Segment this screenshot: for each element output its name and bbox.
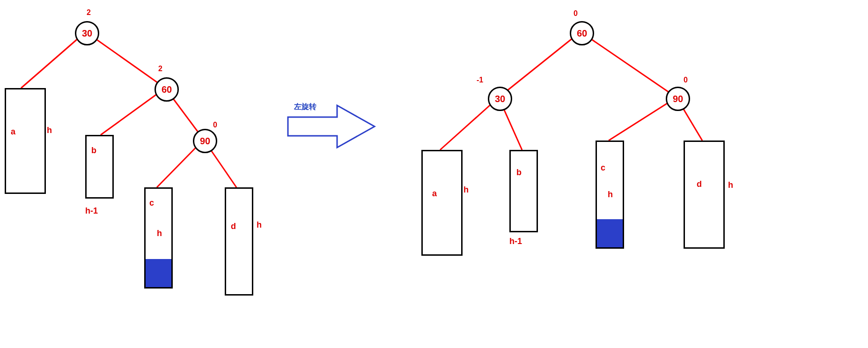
right-subtree-c-label: c: [601, 163, 605, 173]
right-node-90-value: 90: [673, 94, 683, 104]
right-subtree-d: d: [684, 141, 725, 249]
edge-left-n30-n60: [86, 32, 165, 88]
right-node-60-value: 60: [577, 28, 587, 39]
left-subtree-d-h: h: [257, 220, 262, 230]
right-subtree-c-h: h: [608, 190, 613, 200]
right-node-60-balance: 0: [574, 9, 578, 18]
left-subtree-c-label: c: [149, 198, 154, 208]
left-node-60: 60: [154, 77, 179, 102]
right-subtree-c-fill: [597, 219, 623, 247]
left-subtree-d-label: d: [231, 222, 236, 231]
left-node-60-value: 60: [162, 84, 172, 95]
left-node-90-balance: 0: [213, 121, 217, 129]
left-subtree-a: a: [5, 88, 46, 194]
left-node-30-value: 30: [82, 28, 92, 39]
right-node-30: 30: [488, 87, 512, 111]
right-subtree-b-label: b: [516, 168, 522, 178]
edge-right-n90-c: [609, 97, 677, 141]
left-node-60-balance: 2: [158, 65, 162, 73]
right-subtree-d-h: h: [728, 180, 733, 190]
right-node-90: 90: [666, 87, 690, 111]
left-node-90-value: 90: [200, 136, 210, 147]
left-subtree-c-fill: [146, 259, 171, 287]
edge-right-n60-n90: [581, 32, 677, 97]
left-subtree-b-label: b: [91, 146, 96, 155]
right-subtree-b: b: [509, 150, 538, 232]
right-node-30-balance: -1: [477, 76, 483, 84]
right-subtree-a: a: [421, 150, 463, 256]
edge-right-n60-n30: [499, 32, 581, 97]
left-subtree-a-label: a: [11, 127, 15, 137]
right-node-60: 60: [570, 21, 594, 45]
left-subtree-b-h: h-1: [85, 206, 98, 216]
right-node-90-balance: 0: [684, 76, 688, 84]
diagram-stage: 左旋转 30 2 60 2 90 0 a h b h-1 c h d h 60 …: [0, 0, 868, 348]
left-node-30: 30: [75, 21, 99, 45]
arrow-label: 左旋转: [294, 102, 316, 112]
right-subtree-a-h: h: [463, 185, 469, 195]
left-subtree-a-h: h: [47, 126, 52, 135]
left-node-30-balance: 2: [87, 8, 91, 17]
right-node-30-value: 30: [495, 94, 505, 104]
edge-left-n30-a: [21, 32, 86, 88]
left-subtree-d: d: [225, 187, 253, 296]
right-subtree-b-h: h-1: [509, 237, 522, 246]
right-subtree-a-label: a: [432, 189, 437, 199]
left-subtree-c-h: h: [157, 229, 162, 238]
right-subtree-d-label: d: [697, 179, 702, 189]
left-node-90: 90: [193, 129, 217, 153]
left-subtree-b: b: [85, 135, 114, 199]
